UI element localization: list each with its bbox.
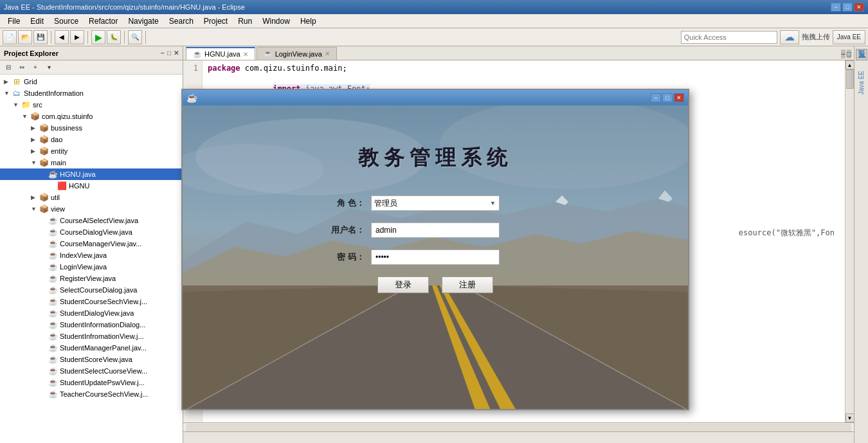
menu-search[interactable]: Search: [164, 15, 199, 27]
tree-item-studentupdatepsw[interactable]: ☕ StudentUpdatePswView.j...: [0, 377, 183, 388]
tree-item-studentselect[interactable]: ☕ StudentSelectCuorseView...: [0, 365, 183, 377]
tree-item-dao[interactable]: ▶ 📦 dao: [0, 134, 183, 145]
tree-item-studentinfview[interactable]: ☕ StudentInfromationView.j...: [0, 330, 183, 342]
tree-item-studentinfo[interactable]: ▼ 🗂 StudentInformation: [0, 87, 183, 99]
toolbar-run[interactable]: ▶: [91, 30, 105, 44]
far-right-javaee-label[interactable]: Java EE: [858, 71, 865, 95]
login-dialog: ☕ − □ ✕: [181, 89, 689, 410]
menu-run[interactable]: Run: [233, 15, 257, 27]
tree-item-studentcourse[interactable]: ☕ StudentCourseSechView.j...: [0, 296, 183, 307]
dialog-close-btn[interactable]: ✕: [674, 93, 684, 102]
tree-item-indexview[interactable]: ☕ IndexView.java: [0, 249, 183, 261]
tree-icon-java: ☕: [48, 308, 58, 318]
pe-new[interactable]: +: [30, 62, 41, 73]
tree-item-teachercourse[interactable]: ☕ TeacherCourseSechView.j...: [0, 388, 183, 400]
vscroll-track[interactable]: [846, 69, 854, 413]
tree-item-grid[interactable]: ▶ ⊞ Grid: [0, 76, 183, 87]
vscroll-thumb[interactable]: [846, 69, 854, 89]
tree-item-src[interactable]: ▼ 📁 src: [0, 99, 183, 111]
tree-icon-java: ☕: [48, 296, 58, 307]
tree-icon-java: ☕: [48, 273, 58, 284]
tree-icon-java: ☕: [48, 262, 58, 272]
pe-maximize[interactable]: □: [167, 50, 171, 57]
editor-vscroll: ▲ ▼: [845, 60, 854, 422]
tree-icon-java: ☕: [48, 366, 58, 376]
tree-label: util: [51, 194, 60, 201]
menu-navigate[interactable]: Navigate: [123, 15, 163, 27]
toolbar-debug[interactable]: 🐛: [107, 30, 121, 44]
vscroll-down[interactable]: ▼: [845, 413, 854, 422]
editor-minimize-btn[interactable]: −: [841, 50, 845, 59]
minimize-button[interactable]: −: [831, 3, 841, 12]
toolbar-save[interactable]: 💾: [33, 30, 48, 44]
tree-item-coursedialog[interactable]: ☕ CourseDialogView.java: [0, 226, 183, 238]
tree-item-util[interactable]: ▶ 📦 util: [0, 192, 183, 203]
tree-item-studentinfodialog[interactable]: ☕ StudentInformationDialog...: [0, 319, 183, 330]
role-select[interactable]: 管理员 学生 教师: [371, 195, 500, 211]
tree-item-bussiness[interactable]: ▶ 📦 bussiness: [0, 122, 183, 134]
far-right-plugin-btn[interactable]: ☁: [856, 49, 867, 60]
register-button[interactable]: 注册: [442, 276, 493, 293]
tree-icon-package: 📦: [30, 111, 40, 122]
menu-edit[interactable]: Edit: [25, 15, 49, 27]
menu-bar: File Edit Source Refactor Navigate Searc…: [0, 14, 868, 28]
toolbar-plugin-btn[interactable]: ☁: [780, 30, 799, 44]
close-button[interactable]: ✕: [854, 3, 864, 12]
tree-item-hgnu-class[interactable]: 🟥 HGNU: [0, 180, 183, 192]
toolbar-search[interactable]: 🔍: [128, 30, 142, 44]
h-scrollbar[interactable]: [186, 424, 851, 431]
tab-hgnu[interactable]: ☕ HGNU.java ✕: [186, 47, 255, 60]
menu-refactor[interactable]: Refactor: [84, 15, 123, 27]
tree-item-studentscore[interactable]: ☕ StudentScoreView.java: [0, 354, 183, 365]
menu-help[interactable]: Help: [295, 15, 321, 27]
username-input[interactable]: [371, 222, 500, 238]
tree-arrow: ▶: [31, 148, 39, 154]
pe-link-editor[interactable]: ⇔: [16, 62, 28, 73]
menu-project[interactable]: Project: [199, 15, 233, 27]
login-button[interactable]: 登录: [377, 276, 429, 293]
toolbar-back[interactable]: ◀: [55, 30, 69, 44]
tree-label: CourseManagerView.jav...: [60, 240, 141, 248]
pe-minimize[interactable]: −: [161, 50, 165, 57]
quick-access-input[interactable]: [681, 31, 777, 44]
tree-item-loginview[interactable]: ☕ LoginView.java: [0, 261, 183, 273]
tree-item-studentdialog[interactable]: ☕ StudentDialogView.java: [0, 307, 183, 319]
toolbar-open[interactable]: 📂: [18, 30, 32, 44]
editor-maximize-btn[interactable]: □: [847, 50, 851, 59]
tree-icon-folder: 📁: [21, 100, 31, 110]
vscroll-up[interactable]: ▲: [845, 60, 854, 69]
tree-icon-java: ☕: [48, 343, 58, 353]
tree-item-package-root[interactable]: ▼ 📦 com.qizu.stuinfo: [0, 111, 183, 122]
tab-close-loginview[interactable]: ✕: [325, 50, 330, 57]
tree-item-studentmanager[interactable]: ☕ StudentManagerPanel.jav...: [0, 342, 183, 354]
tree-item-selectcoursedialog[interactable]: ☕ SelectCourseDialog.java: [0, 284, 183, 296]
tree-arrow: ▶: [4, 78, 12, 85]
password-input[interactable]: [371, 249, 500, 265]
tree-item-hgnu-java[interactable]: ☕ HGNU.java: [0, 168, 183, 180]
tab-loginview[interactable]: ☕ LoginView.java ✕: [257, 47, 337, 60]
tree-icon-java: ☕: [48, 169, 58, 179]
tree-item-registerview[interactable]: ☕ RegisterView.java: [0, 273, 183, 284]
dialog-minimize-btn[interactable]: −: [651, 93, 661, 102]
menu-window[interactable]: Window: [257, 15, 295, 27]
menu-source[interactable]: Source: [49, 15, 84, 27]
toolbar-javaee-btn[interactable]: Java EE: [833, 30, 865, 44]
tab-close-hgnu[interactable]: ✕: [243, 51, 248, 58]
tree-item-coursemanager[interactable]: ☕ CourseManagerView.jav...: [0, 238, 183, 249]
bottom-bar: [183, 422, 854, 431]
pe-close[interactable]: ✕: [174, 50, 179, 57]
pe-menu[interactable]: ▾: [43, 62, 55, 73]
tree-item-entity[interactable]: ▶ 📦 entity: [0, 145, 183, 157]
menu-file[interactable]: File: [3, 15, 25, 27]
tree-item-coursealselect[interactable]: ☕ CourseAlSelectView.java: [0, 215, 183, 226]
tree-item-main[interactable]: ▼ 📦 main: [0, 157, 183, 168]
toolbar-forward[interactable]: ▶: [70, 30, 84, 44]
tree-item-view[interactable]: ▼ 📦 view: [0, 203, 183, 215]
maximize-button[interactable]: □: [842, 3, 853, 12]
tree-arrow: ▼: [13, 102, 21, 108]
tree-icon-grid: ⊞: [12, 77, 22, 87]
toolbar-sep-1: [51, 31, 51, 44]
dialog-maximize-btn[interactable]: □: [662, 93, 673, 102]
pe-collapse-all[interactable]: ⊟: [3, 62, 14, 73]
toolbar-new[interactable]: 📄: [3, 30, 17, 44]
